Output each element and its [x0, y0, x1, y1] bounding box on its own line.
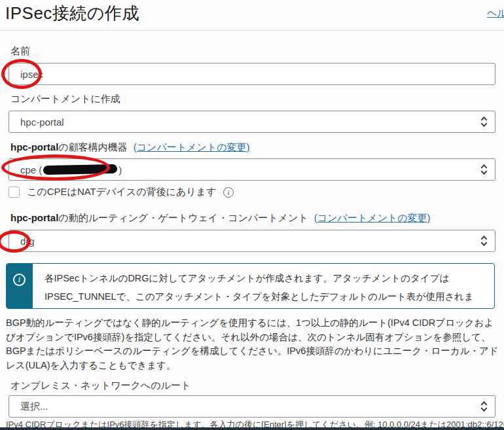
chevron-updown-icon — [482, 166, 486, 174]
info-banner-accent-bar — [7, 264, 33, 308]
routes-label: オンプレミス・ネットワークへのルート — [10, 380, 190, 392]
help-link[interactable]: ヘルプ — [487, 7, 504, 20]
nat-checkbox-label: このCPEはNATデバイスの背後にあります — [27, 186, 216, 198]
page-title: IPSec接続の作成 — [5, 2, 139, 25]
cpe-change-compartment-link[interactable]: (コンパートメントの変更) — [134, 141, 250, 152]
compartment-select[interactable]: hpc-portal — [9, 111, 495, 133]
section-divider-bar — [0, 427, 504, 430]
info-banner-text: 各IPSecトンネルのDRGに対してアタッチメントが作成されます。アタッチメント… — [45, 269, 484, 309]
drg-change-compartment-link[interactable]: (コンパートメントの変更) — [314, 212, 431, 223]
cpe-label-suffix: の顧客構内機器 — [58, 141, 127, 152]
drg-select[interactable]: drg — [9, 230, 495, 252]
cpe-label-compartment: hpc-portal — [10, 141, 58, 152]
redacted-text — [43, 164, 117, 175]
routes-select-value: 選択... — [20, 401, 48, 413]
cpe-label: hpc-portalの顧客構内機器(コンパートメントの変更) — [10, 141, 250, 154]
cpe-select[interactable]: cpe () — [9, 158, 495, 181]
compartment-select-value: hpc-portal — [20, 116, 64, 128]
drg-select-value: drg — [20, 236, 35, 247]
chevron-updown-icon — [482, 237, 486, 245]
cpe-value-suffix: ) — [118, 164, 122, 175]
name-label: 名前 — [10, 45, 30, 58]
chevron-updown-icon — [482, 118, 486, 126]
drg-label: hpc-portalの動的ルーティング・ゲートウェイ・コンパートメント(コンパー… — [10, 212, 430, 224]
compartment-label: コンパートメントに作成 — [10, 93, 120, 105]
info-icon[interactable]: i — [223, 187, 234, 198]
cpe-select-value: cpe () — [20, 164, 122, 175]
drg-label-suffix: の動的ルーティング・ゲートウェイ・コンパートメント — [58, 212, 308, 223]
info-banner: i 各IPSecトンネルのDRGに対してアタッチメントが作成されます。アタッチメ… — [6, 263, 495, 309]
nat-checkbox-row: このCPEはNATデバイスの背後にあります i — [9, 186, 234, 198]
chevron-updown-icon — [482, 403, 486, 411]
create-ipsec-dialog: IPSec接続の作成 ヘルプ 名前 ipsec コンパートメントに作成 hpc-… — [0, 0, 504, 430]
nat-checkbox[interactable] — [9, 187, 20, 198]
cpe-value-prefix: cpe ( — [20, 164, 42, 175]
name-input-value: ipsec — [20, 69, 43, 80]
drg-label-compartment: hpc-portal — [10, 212, 58, 223]
info-icon: i — [13, 274, 26, 286]
header-divider — [0, 30, 504, 31]
bgp-note-text: BGP動的ルーティングではなく静的ルーティングを使用するには、1つ以上の静的ルー… — [6, 316, 499, 372]
routes-select[interactable]: 選択... — [9, 395, 495, 418]
name-input[interactable]: ipsec — [9, 63, 495, 85]
